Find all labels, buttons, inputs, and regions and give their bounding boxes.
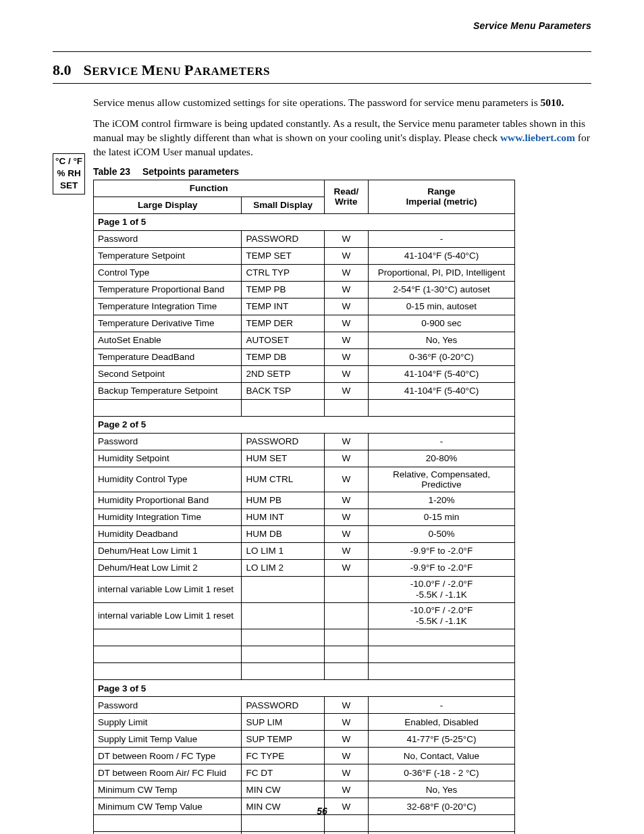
cell-rw: W [324, 748, 368, 764]
table-row: AutoSet EnableAUTOSETWNo, Yes [94, 332, 515, 348]
cell-large: Temperature Integration Time [94, 298, 242, 315]
cell-range: -9.9°F to -2.0°F [368, 542, 514, 559]
table-row: Control TypeCTRL TYPWProportional, PI, P… [94, 264, 515, 281]
cell-large: Humidity Setpoint [94, 450, 242, 467]
section-number: 8.0 [53, 61, 72, 79]
cell-large: Humidity Integration Time [94, 509, 242, 525]
cell-rw: W [324, 714, 368, 731]
running-head: Service Menu Parameters [53, 20, 591, 31]
cell-rw: W [324, 315, 368, 332]
table-row [94, 646, 515, 663]
cell-large: Password [94, 230, 242, 247]
t: M [142, 61, 156, 78]
table-row: Supply Limit Temp ValueSUP TEMPW41-77°F … [94, 731, 515, 748]
blank-cell [324, 629, 368, 646]
cell-rw: W [324, 509, 368, 525]
blank-cell [242, 629, 324, 646]
password-value: 5010. [541, 97, 564, 108]
table-row: DT between Room Air/ FC FluidFC DTW0-36°… [94, 764, 515, 781]
cell-small: FC DT [242, 764, 324, 781]
cell-large: Minimum CW Temp [94, 781, 242, 798]
cell-range: 0-36°F (0-20°C) [368, 348, 514, 365]
blank-cell [242, 646, 324, 663]
rule-under-heading [53, 83, 591, 84]
cell-small: TEMP DER [242, 315, 324, 332]
th-small-display: Small Display [242, 197, 324, 213]
cell-range: 41-77°F (5-25°C) [368, 731, 514, 748]
table-row: Humidity DeadbandHUM DBW0-50% [94, 525, 515, 542]
cell-rw [324, 576, 368, 602]
units-cf: °C / °F [55, 155, 82, 167]
cell-rw: W [324, 332, 368, 348]
t: P [184, 61, 194, 78]
cell-rw: W [324, 298, 368, 315]
table-row: Page 2 of 5 [94, 416, 515, 433]
cell-rw: W [324, 525, 368, 542]
cell-rw: W [324, 450, 368, 467]
table-row: Page 3 of 5 [94, 680, 515, 697]
page-number: 56 [0, 806, 644, 816]
t: S [84, 61, 92, 78]
section-row: Page 1 of 5 [94, 213, 515, 230]
cell-range: 1-20% [368, 492, 514, 509]
liebert-link[interactable]: www.liebert.com [500, 132, 575, 143]
cell-large: Humidity Deadband [94, 525, 242, 542]
cell-large: Supply Limit Temp Value [94, 731, 242, 748]
cell-small: PASSWORD [242, 230, 324, 247]
table-row: Temperature DeadBandTEMP DBW0-36°F (0-20… [94, 348, 515, 365]
cell-small: AUTOSET [242, 332, 324, 348]
table-row: Page 1 of 5 [94, 213, 515, 230]
t: Read/ [333, 186, 358, 197]
cell-large: Password [94, 433, 242, 450]
cell-rw: W [324, 281, 368, 298]
table-title: Setpoints parameters [142, 166, 239, 177]
table-row: Dehum/Heat Low Limit 2LO LIM 2W-9.9°F to… [94, 559, 515, 576]
cell-small: SUP TEMP [242, 731, 324, 748]
paragraph-1: Service menus allow customized settings … [93, 96, 591, 110]
cell-small: FC TYPE [242, 748, 324, 764]
table-row: Temperature SetpointTEMP SETW41-104°F (5… [94, 247, 515, 264]
cell-range: 0-36°F (-18 - 2 °C) [368, 764, 514, 781]
cell-rw: W [324, 559, 368, 576]
blank-cell [94, 646, 242, 663]
cell-range: 0-15 min, autoset [368, 298, 514, 315]
cell-large: Dehum/Heat Low Limit 1 [94, 542, 242, 559]
margin-units-box: °C / °F % RH SET [53, 153, 85, 194]
table-row: internal variable Low Limit 1 reset-10.0… [94, 576, 515, 602]
cell-small: HUM INT [242, 509, 324, 525]
cell-large: Temperature DeadBand [94, 348, 242, 365]
table-row [94, 815, 515, 832]
cell-range: 41-104°F (5-40°C) [368, 382, 514, 399]
cell-range: No, Contact, Value [368, 748, 514, 764]
table-row: Dehum/Heat Low Limit 1LO LIM 1W-9.9°F to… [94, 542, 515, 559]
table-row: DT between Room / FC TypeFC TYPEWNo, Con… [94, 748, 515, 764]
th-range: Range Imperial (metric) [368, 180, 514, 213]
cell-large: Password [94, 697, 242, 714]
cell-small: HUM DB [242, 525, 324, 542]
cell-small: TEMP INT [242, 298, 324, 315]
blank-cell [368, 629, 514, 646]
t: ERVICE [92, 65, 141, 78]
cell-large: Temperature Proportional Band [94, 281, 242, 298]
blank-cell [324, 399, 368, 416]
section-heading: 8.0 SERVICE MENU PARAMETERS [53, 61, 591, 79]
t: ENU [156, 65, 184, 78]
th-function: Function [94, 180, 325, 197]
th-large-display: Large Display [94, 197, 242, 213]
cell-range: -10.0°F / -2.0°F-5.5K / -1.1K [368, 576, 514, 602]
blank-cell [368, 399, 514, 416]
table-row: Temperature Integration TimeTEMP INTW0-1… [94, 298, 515, 315]
cell-small: MIN CW [242, 781, 324, 798]
blank-cell [94, 663, 242, 680]
table-row: Temperature Derivative TimeTEMP DERW0-90… [94, 315, 515, 332]
table-row: Backup Temperature SetpointBACK TSPW41-1… [94, 382, 515, 399]
section-row: Page 2 of 5 [94, 416, 515, 433]
cell-range: No, Yes [368, 332, 514, 348]
blank-cell [94, 399, 242, 416]
table-body: Page 1 of 5PasswordPASSWORDW-Temperature… [94, 213, 515, 834]
blank-cell [242, 663, 324, 680]
t: Write [335, 197, 358, 207]
cell-small: CTRL TYP [242, 264, 324, 281]
table-row: Humidity SetpointHUM SETW20-80% [94, 450, 515, 467]
cell-large: internal variable Low Limit 1 reset [94, 576, 242, 602]
